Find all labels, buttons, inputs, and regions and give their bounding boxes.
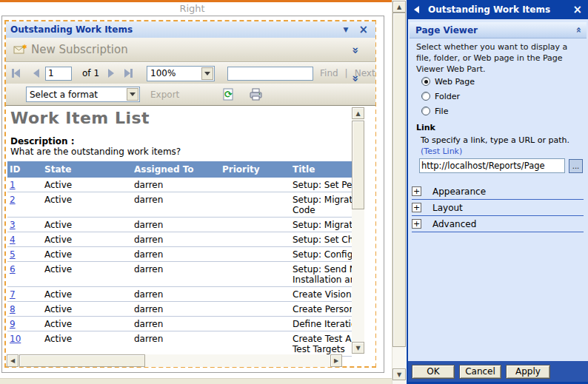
expand-plus-icon[interactable]: +: [412, 219, 421, 229]
work-item-id-link[interactable]: 1: [10, 180, 16, 190]
work-item-id-link[interactable]: 6: [10, 264, 16, 274]
work-item-id-link[interactable]: 10: [10, 334, 21, 344]
expand-plus-icon[interactable]: +: [412, 186, 421, 196]
format-dropdown-icon[interactable]: [127, 88, 138, 101]
find-text-input[interactable]: [227, 67, 313, 81]
scroll-thumb[interactable]: [19, 354, 145, 367]
ok-button[interactable]: OK: [412, 365, 455, 379]
page-vertical-scrollbar[interactable]: ▲ ▼: [392, 0, 405, 384]
pane-back-icon[interactable]: [414, 6, 419, 13]
current-page-input[interactable]: [45, 67, 72, 81]
table-row: 3ActivedarrenSetup: Migrati: [7, 218, 352, 232]
cell-priority: [220, 262, 290, 286]
scroll-up-icon[interactable]: ▲: [392, 1, 406, 13]
webpart-title-bar: Outstanding Work Items ▼ ×: [6, 21, 375, 38]
export-link[interactable]: Export: [150, 90, 179, 100]
work-item-id-link[interactable]: 3: [10, 220, 16, 230]
cell-priority: [220, 317, 290, 331]
new-subscription-link[interactable]: New Subscription: [31, 43, 128, 56]
find-link[interactable]: Find: [320, 68, 338, 78]
cell-assigned-to: darren: [132, 192, 220, 217]
radio-option-web-page[interactable]: Web Page: [421, 74, 475, 89]
last-page-icon-arrow: [124, 69, 130, 78]
work-item-id-link[interactable]: 4: [10, 235, 16, 245]
previous-page-button[interactable]: [33, 69, 39, 78]
webpart-menu-icon[interactable]: ▼: [344, 26, 349, 33]
scroll-left-icon[interactable]: ◀: [7, 354, 19, 367]
radio-icon: [421, 92, 430, 101]
table-row: 4ActivedarrenSetup: Set Ch: [7, 232, 352, 247]
table-row: 8ActivedarrenCreate Person: [7, 302, 352, 317]
cell-state: Active: [42, 287, 132, 301]
report-vertical-scrollbar[interactable]: ▲ ▼: [352, 107, 364, 354]
section-label: Advanced: [432, 219, 476, 229]
title-line: Installation an: [293, 274, 352, 285]
table-row: 5ActivedarrenSetup: Config: [7, 247, 352, 262]
section-layout[interactable]: +Layout: [412, 200, 584, 216]
tool-pane-close-icon[interactable]: ×: [572, 4, 582, 15]
cell-id: 2: [7, 192, 42, 217]
cell-priority: [220, 178, 290, 192]
title-line: Create Vision: [293, 289, 352, 300]
zoom-select[interactable]: 100%: [147, 66, 215, 81]
collapse-toolbar-chevron-icon[interactable]: »: [349, 47, 362, 54]
property-sections: +Appearance+Layout+Advanced: [412, 183, 584, 232]
report-horizontal-scrollbar[interactable]: ◀ ▶: [7, 354, 342, 367]
report-description: What are the outstanding work items?: [10, 146, 181, 157]
expand-plus-icon[interactable]: +: [412, 203, 421, 212]
scroll-thumb[interactable]: [392, 13, 406, 347]
test-link[interactable]: (Test Link): [421, 146, 462, 156]
work-item-id-link[interactable]: 2: [10, 195, 16, 205]
work-item-id-link[interactable]: 7: [10, 289, 16, 300]
radio-option-file[interactable]: File: [421, 104, 475, 118]
page-viewer-intro-text: Select whether you want to display a fil…: [416, 41, 584, 75]
radio-option-folder[interactable]: Folder: [421, 89, 475, 104]
new-subscription-icon: ✱: [13, 44, 27, 55]
cell-priority: [220, 287, 290, 301]
webpart-close-icon[interactable]: ×: [358, 24, 368, 35]
collapse-pager-chevron-icon[interactable]: »: [349, 75, 362, 82]
refresh-icon[interactable]: ⟳: [222, 88, 235, 101]
first-page-button[interactable]: [12, 69, 20, 78]
cell-state: Active: [42, 192, 132, 217]
section-label: Appearance: [432, 186, 486, 197]
cell-id: 4: [7, 232, 42, 246]
zoom-dropdown-icon[interactable]: [201, 67, 213, 80]
cell-title: Create Vision: [290, 287, 352, 301]
link-url-input[interactable]: [419, 158, 565, 173]
apply-button[interactable]: Apply: [506, 365, 550, 379]
cell-id: 5: [7, 247, 42, 261]
top-divider: [0, 0, 406, 2]
last-page-button[interactable]: [124, 69, 133, 78]
table-row: 9ActivedarrenDefine Iteratio: [7, 317, 352, 331]
scroll-thumb[interactable]: [352, 121, 364, 209]
title-line: Setup: Set Ch: [293, 235, 352, 245]
section-advanced[interactable]: +Advanced: [412, 216, 584, 232]
cancel-button[interactable]: Cancel: [459, 365, 501, 379]
page-viewer-section-header[interactable]: Page Viewer »: [410, 22, 587, 38]
section-appearance[interactable]: +Appearance: [412, 183, 584, 200]
cell-priority: [220, 331, 290, 356]
column-header-id: ID: [7, 164, 42, 175]
export-toolbar: Select a format Export ⟳: [6, 84, 375, 106]
export-format-select[interactable]: Select a format: [26, 87, 140, 102]
work-item-id-link[interactable]: 5: [10, 249, 16, 260]
first-page-icon-arrow: [14, 69, 20, 78]
table-row: 7ActivedarrenCreate Vision: [7, 287, 352, 302]
scroll-up-icon[interactable]: ▲: [352, 107, 364, 119]
print-icon[interactable]: [250, 88, 262, 101]
cell-state: Active: [42, 247, 132, 261]
scroll-right-icon[interactable]: ▶: [330, 354, 342, 367]
next-page-button[interactable]: [108, 69, 114, 78]
cell-title: Setup: Migrati: [290, 218, 352, 232]
scroll-down-icon[interactable]: ▼: [392, 368, 406, 380]
next-page-icon: [108, 69, 114, 78]
scroll-down-icon[interactable]: ▼: [352, 342, 364, 354]
collapse-section-chevron-icon[interactable]: »: [572, 27, 583, 33]
column-header-title: Title: [290, 164, 352, 175]
browse-button[interactable]: ...: [569, 159, 583, 173]
work-item-id-link[interactable]: 9: [10, 319, 16, 329]
cell-state: Active: [42, 331, 132, 356]
tool-pane-title-bar: Outstanding Work Items ×: [407, 0, 588, 19]
work-item-id-link[interactable]: 8: [10, 304, 16, 314]
